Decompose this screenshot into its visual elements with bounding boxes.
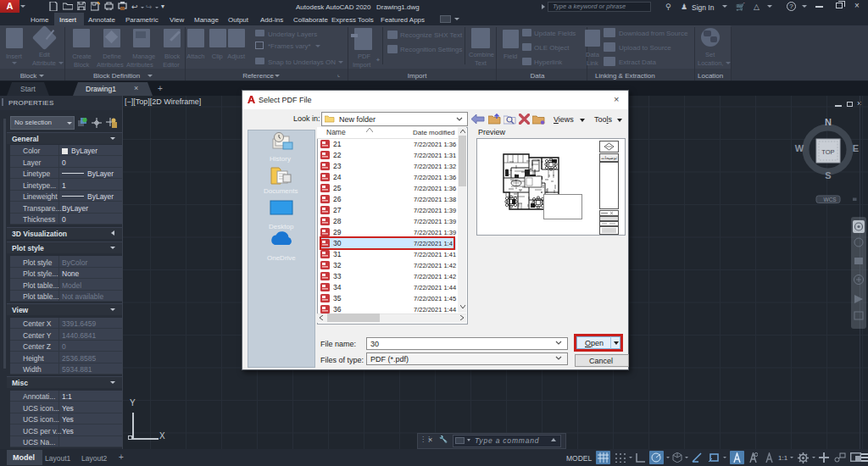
svg-text:W: W [795,143,804,153]
svg-text:N: N [825,117,832,127]
svg-text:توضيحات: توضيحات [601,155,618,160]
svg-text:WCS: WCS [824,197,837,202]
svg-text:E: E [853,143,859,153]
svg-text:TOP: TOP [821,148,834,156]
svg-text:S: S [825,170,831,180]
